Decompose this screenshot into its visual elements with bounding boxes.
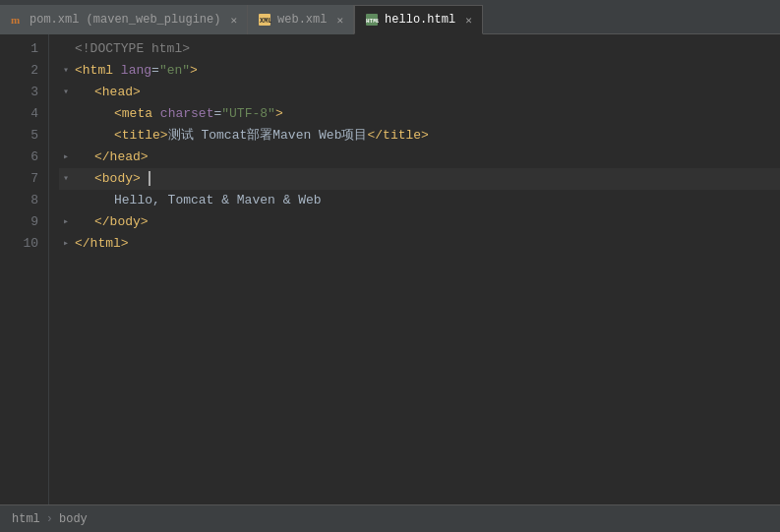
tab-web-close[interactable]: ✕ [336,14,343,27]
code-content-2: <html lang="en"> [75,60,198,82]
fold-7[interactable]: ▾ [59,172,73,186]
tab-hello[interactable]: HTML hello.html ✕ [354,5,483,34]
fold-9[interactable]: ▸ [59,215,73,229]
code-content-4: <meta charset="UTF-8"> [114,103,283,125]
code-line-8: Hello, Tomcat & Maven & Web [59,190,780,211]
svg-text:HTML: HTML [366,18,379,25]
code-line-4: <meta charset="UTF-8"> [59,103,780,125]
tab-bar: m pom.xml (maven_web_plugine) ✕ XML web.… [0,0,780,34]
html-icon: HTML [365,13,379,27]
tab-web[interactable]: XML web.xml ✕ [248,5,354,34]
code-line-7: ▾ <body> [59,168,780,190]
code-content-3: <head> [94,82,141,103]
code-line-5: <title>测试 Tomcat部署Maven Web项目</title> [59,125,780,147]
code-line-2: ▾ <html lang="en"> [59,60,780,82]
editor-area: 1 2 3 4 5 6 7 8 9 10 <!DOCTYPE html> ▾ <… [0,34,780,504]
line-num-10: 10 [0,233,38,255]
tab-pom-label: pom.xml (maven_web_plugine) [30,13,220,27]
line-num-5: 5 [0,125,38,147]
line-num-3: 3 [0,82,38,103]
code-content-5: <title>测试 Tomcat部署Maven Web项目</title> [114,125,429,147]
fold-10[interactable]: ▸ [59,237,73,251]
code-content-9: </body> [94,211,149,233]
tab-web-label: web.xml [277,13,327,27]
code-content-7: <body> [94,168,150,190]
line-num-2: 2 [0,60,38,82]
status-bar: html › body [0,504,780,532]
tab-pom-close[interactable]: ✕ [230,14,237,27]
svg-text:XML: XML [260,17,271,25]
tab-pom[interactable]: m pom.xml (maven_web_plugine) ✕ [0,5,248,34]
pom-icon: m [10,13,24,27]
line-num-8: 8 [0,190,38,211]
tab-hello-close[interactable]: ✕ [465,14,472,27]
status-arrow: › [46,512,53,526]
line-numbers: 1 2 3 4 5 6 7 8 9 10 [0,34,49,504]
line-num-9: 9 [0,211,38,233]
fold-2[interactable]: ▾ [59,64,73,78]
code-line-1: <!DOCTYPE html> [59,38,780,60]
tab-hello-label: hello.html [385,13,455,27]
code-content-6: </head> [94,147,149,168]
code-content-1: <!DOCTYPE html> [75,38,190,60]
code-line-3: ▾ <head> [59,82,780,103]
status-breadcrumb-1: html [12,512,40,526]
fold-6[interactable]: ▸ [59,150,73,164]
line-num-6: 6 [0,147,38,168]
web-icon: XML [258,13,271,27]
code-area[interactable]: <!DOCTYPE html> ▾ <html lang="en"> ▾ <he… [49,34,780,504]
svg-text:m: m [11,14,20,26]
fold-3[interactable]: ▾ [59,86,73,99]
code-content-10: </html> [75,233,129,255]
line-num-4: 4 [0,103,38,125]
code-line-6: ▸ </head> [59,147,780,168]
code-line-10: ▸ </html> [59,233,780,255]
code-content-8: Hello, Tomcat & Maven & Web [114,190,322,211]
status-breadcrumb-2: body [59,512,88,526]
line-num-1: 1 [0,38,38,60]
code-line-9: ▸ </body> [59,211,780,233]
line-num-7: 7 [0,168,38,190]
